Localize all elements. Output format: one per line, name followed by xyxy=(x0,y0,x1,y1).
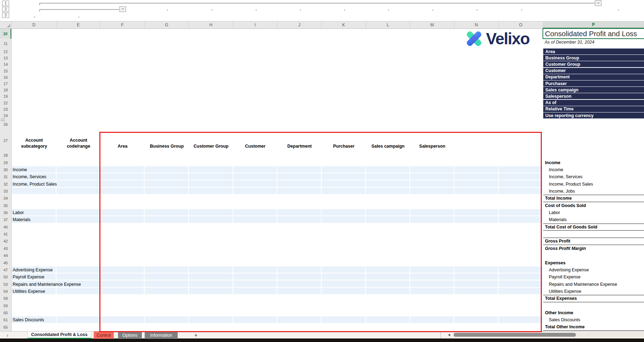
filter-row-use-reporting-currency[interactable]: Use reporting currency xyxy=(543,112,644,118)
banded-cell xyxy=(100,266,144,273)
banded-cell xyxy=(277,288,321,294)
banded-cell xyxy=(410,209,454,215)
banded-cell xyxy=(189,209,232,215)
horizontal-scrollbar-thumb[interactable] xyxy=(454,333,576,337)
banded-cell xyxy=(100,316,144,323)
account-subcategory-cell-47[interactable]: Advertising Expense xyxy=(13,266,53,273)
horizontal-scrollbar[interactable] xyxy=(452,332,644,337)
banded-cell xyxy=(366,266,409,273)
add-sheet-icon[interactable]: + xyxy=(191,331,201,339)
report-line-42[interactable]: Gross Profit xyxy=(543,238,644,245)
banded-cell xyxy=(410,288,454,294)
banded-cell xyxy=(145,216,188,222)
account-subcategory-cell-31[interactable]: Income, Services xyxy=(13,173,46,180)
report-line-61[interactable]: Sales Discounts xyxy=(543,316,644,323)
filter-row-department[interactable]: Department xyxy=(543,74,644,80)
banded-cell xyxy=(145,288,188,294)
chevron-right-icon[interactable]: › xyxy=(4,332,11,338)
account-subcategory-cell-54[interactable]: Utilities Expense xyxy=(13,288,45,295)
banded-cell xyxy=(410,180,454,187)
report-line-30[interactable]: Income xyxy=(543,166,644,173)
banded-cell xyxy=(189,216,232,222)
banded-cell xyxy=(189,280,232,287)
banded-cell xyxy=(499,280,543,287)
filter-row-customer-group[interactable]: Customer Group xyxy=(543,61,644,67)
filter-row-area[interactable]: Area xyxy=(543,49,644,54)
banded-cell xyxy=(322,173,365,180)
report-line-32[interactable]: Income, Product Sales xyxy=(543,180,644,187)
report-line-60[interactable]: Other Income xyxy=(543,309,644,316)
filter-row-purchaser[interactable]: Purchaser xyxy=(543,80,644,86)
filter-row-as-of[interactable]: As of xyxy=(543,100,644,106)
report-subtitle-cell[interactable]: As of December 31, 2024 xyxy=(545,40,594,45)
account-subcategory-cell-50[interactable]: Payroll Expense xyxy=(13,273,44,280)
velixo-logo: Velixo xyxy=(464,29,530,49)
report-line-29[interactable]: Income xyxy=(543,159,644,166)
account-subcategory-cell-61[interactable]: Sales Discounts xyxy=(13,316,44,323)
banded-cell xyxy=(57,188,100,194)
banded-cell xyxy=(322,288,365,294)
filter-row-business-group[interactable]: Business Group xyxy=(543,55,644,61)
banded-cell xyxy=(499,180,543,187)
report-line-37[interactable]: Materials xyxy=(543,216,644,223)
banded-cell xyxy=(145,273,188,280)
report-line-47[interactable]: Advertising Expense xyxy=(543,266,644,273)
report-line-35[interactable]: Cost of Goods Sold xyxy=(543,202,644,209)
report-line-53[interactable]: Repairs and Maintenance Expense xyxy=(543,280,644,288)
sheet-tab-options[interactable]: Options xyxy=(118,331,142,339)
account-subcategory-cell-37[interactable]: Materials xyxy=(13,216,31,223)
filter-row-sales-campaign[interactable]: Sales campaign xyxy=(543,87,644,93)
filter-row-relative-time[interactable]: Relative Time xyxy=(543,106,644,112)
banded-cell xyxy=(410,166,454,173)
banded-cell xyxy=(100,173,144,180)
report-line-45[interactable]: Expenses xyxy=(543,259,644,266)
report-line-33[interactable]: Income, Jobs xyxy=(543,188,644,195)
banded-cell xyxy=(57,166,100,173)
tab-gripper-icon[interactable] xyxy=(440,333,442,337)
banded-cell xyxy=(454,188,498,194)
report-title-cell[interactable]: Consolidated Profit and Loss xyxy=(545,30,637,38)
filter-row-customer[interactable]: Customer xyxy=(543,68,644,74)
banded-cell xyxy=(100,180,144,187)
scroll-left-icon[interactable] xyxy=(448,334,450,336)
banded-cell xyxy=(366,280,409,287)
report-line-34[interactable]: Total Income xyxy=(543,195,644,202)
account-subcategory-cell-36[interactable]: Labor xyxy=(13,209,24,216)
banded-cell xyxy=(233,173,277,180)
banded-cell xyxy=(277,266,321,273)
account-subcategory-cell-30[interactable]: Income xyxy=(13,166,27,173)
banded-cell xyxy=(100,166,144,173)
report-line-31[interactable]: Income, Services xyxy=(543,173,644,180)
banded-cell xyxy=(145,209,188,215)
banded-cell xyxy=(100,280,144,287)
banded-cell xyxy=(499,266,543,273)
report-line-65[interactable]: Total Other Income xyxy=(543,324,644,331)
account-subcategory-cell-32[interactable]: Income, Product Sales xyxy=(13,180,57,187)
account-subcategory-cell-53[interactable]: Repairs and Maintenance Expense xyxy=(13,280,81,288)
report-line-40[interactable]: Total Cost of Goods Sold xyxy=(543,224,644,231)
header-purchaser: Purchaser xyxy=(322,129,366,151)
report-line-58[interactable]: Total Expenses xyxy=(543,295,644,302)
banded-cell xyxy=(454,166,498,173)
sheet-tab-consolidated-profit-loss[interactable]: Consolidated Profit & Loss xyxy=(27,331,91,339)
banded-cell xyxy=(189,173,232,180)
filter-row-salesperson[interactable]: Salesperson xyxy=(543,93,644,99)
banded-cell xyxy=(57,316,100,323)
report-line-54[interactable]: Utilities Expense xyxy=(543,288,644,295)
banded-cell xyxy=(277,273,321,280)
sheet-tab-control[interactable]: Control xyxy=(94,331,114,339)
banded-cell xyxy=(410,216,454,222)
sheet-tab-information[interactable]: Information xyxy=(145,331,178,339)
report-line-43[interactable]: Gross Profit Margin xyxy=(543,245,644,252)
banded-cell xyxy=(277,280,321,287)
banded-cell xyxy=(410,173,454,180)
banded-cell xyxy=(233,266,277,273)
report-line-36[interactable]: Labor xyxy=(543,209,644,216)
banded-cell xyxy=(454,266,498,273)
report-line-50[interactable]: Payroll Expense xyxy=(543,273,644,280)
bottom-black-strip xyxy=(0,338,644,342)
banded-cell xyxy=(189,288,232,294)
banded-cell xyxy=(233,216,277,222)
banded-cell xyxy=(189,166,232,173)
header-department: Department xyxy=(277,129,322,151)
